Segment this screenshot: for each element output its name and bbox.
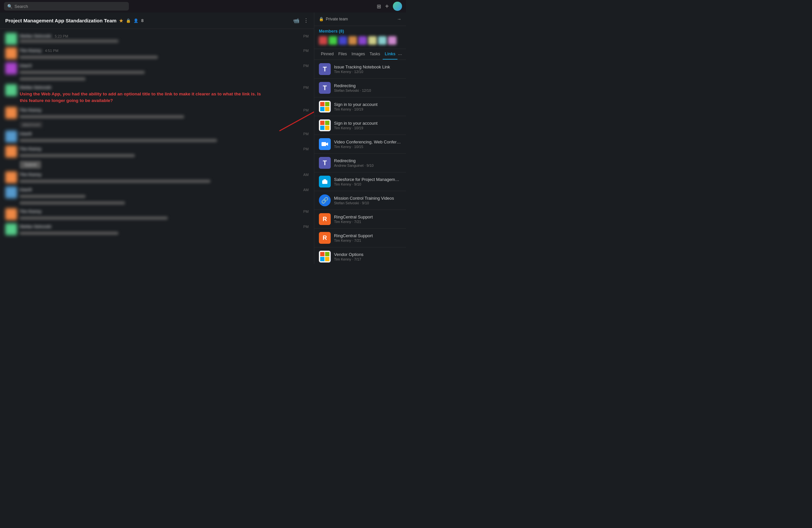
table-row: Tim Kenny AM [0,170,314,185]
time-right: PM [303,86,309,89]
video-icon[interactable]: 📹 [293,17,300,24]
link-info: RingCentral Support Tim Kenny · 7/21 [334,214,402,224]
member-avatar [368,36,377,45]
link-favicon: 🔗 [319,195,331,206]
table-row: Stefan Selvoski 5:23 PM PM [0,32,314,46]
link-meta: Stefan Selvoski · 9/10 [334,201,402,205]
table-row: User3 PM [0,61,314,83]
member-avatar [358,36,367,45]
member-count: 8 [141,18,143,23]
link-title: Video Conferencing, Web Conferencing,... [334,140,402,144]
link-meta: Tim Kenny · 10/15 [334,145,402,149]
link-meta: Tim Kenny · 7/21 [334,220,402,224]
link-favicon [319,251,331,262]
user-avatar[interactable] [393,2,402,11]
list-item[interactable]: T Redirecting Andrew Sanguinet · 9/10 [314,154,406,172]
apps-grid-icon[interactable]: ⊞ [377,3,381,10]
members-title[interactable]: Members (8) [319,29,402,33]
messages-container[interactable]: Stefan Selvoski 5:23 PM PM Tim Kenny 4:5… [0,29,314,264]
link-info: Mission Control Training Videos Stefan S… [334,196,402,205]
message-text-blur2 [20,77,86,81]
sidebar-header: 🔒 Private team → [314,13,406,26]
tab-images[interactable]: Images [349,49,367,59]
link-title: Salesforce for Project Management & PSA [334,177,402,182]
link-meta: Tim Kenny · 7/21 [334,239,402,242]
tabs-row: Pinned Files Images Tasks Links ··· [314,49,406,60]
time-right: PM [303,34,309,38]
list-item[interactable]: R RingCentral Support Tim Kenny · 7/21 [314,210,406,229]
message-text-blur [20,115,184,118]
list-item[interactable]: Salesforce for Project Management & PSA … [314,172,406,191]
avatar [5,62,17,74]
list-item[interactable]: Sign in to your account Tim Kenny · 10/1… [314,97,406,116]
main-layout: Project Management App Standardization T… [0,13,406,264]
list-item[interactable]: 🔗 Mission Control Training Videos Stefan… [314,191,406,210]
link-meta: Tim Kenny · 9/10 [334,182,402,186]
link-info: RingCentral Support Tim Kenny · 7/21 [334,233,402,242]
time-right: AM [303,188,309,192]
link-title: Mission Control Training Videos [334,196,402,201]
message-content: User3 [20,62,309,82]
member-avatar [388,36,396,45]
star-icon[interactable]: ★ [119,18,123,23]
sender-name: User6 [20,131,32,136]
link-favicon: R [319,213,331,225]
sender-name: Stefan Selvoski [20,85,51,90]
table-row: Stefan Selvoski PM [0,222,314,237]
search-placeholder-text: Search [14,4,28,9]
submit-button-blur: Submit [20,161,41,169]
link-title: RingCentral Support [334,233,402,238]
link-meta: Tim Kenny · 12/10 [334,70,402,74]
member-avatar [348,36,357,45]
link-favicon: T [319,82,331,94]
message-text-blur [20,139,217,142]
sender-name: Tim Kenny [20,48,41,53]
time-right: PM [303,64,309,68]
message-content: Tim Kenny [20,208,309,221]
link-info: Vendor Options Tim Kenny · 7/17 [334,252,402,261]
members-section: Members (8) [314,26,406,49]
avatar [5,131,17,142]
sender-name: Stefan Selvoski [20,33,51,39]
tab-tasks[interactable]: Tasks [367,49,382,59]
link-title: Redirecting [334,158,402,163]
link-info: Redirecting Andrew Sanguinet · 9/10 [334,158,402,168]
more-options-icon[interactable]: ⋮ [303,17,309,24]
tab-files[interactable]: Files [336,49,349,59]
avatar [5,187,17,198]
highlight-message: Using the Web App, you had the ability t… [20,91,266,104]
sender-name: Stefan Selvoski [20,224,51,229]
search-input[interactable]: 🔍 Search [4,2,129,11]
link-favicon [319,119,331,131]
members-icon: 👤 [133,18,139,23]
expand-icon[interactable]: → [397,16,402,22]
message-text-blur [20,154,135,157]
list-item[interactable]: Video Conferencing, Web Conferencing,...… [314,135,406,154]
link-title: Vendor Options [334,252,402,257]
avatar [5,171,17,183]
tab-links[interactable]: Links [383,49,397,59]
link-info: Redirecting Stefan Selvoski · 12/10 [334,83,402,92]
link-favicon [319,101,331,113]
list-item[interactable]: R RingCentral Support Tim Kenny · 7/21 [314,229,406,247]
time-right: PM [303,132,309,136]
table-row: User6 PM [0,129,314,144]
time-right: AM [303,173,309,177]
link-meta: Andrew Sanguinet · 9/10 [334,163,402,168]
add-icon[interactable]: + [385,3,389,10]
message-text-blur [20,232,118,235]
list-item[interactable]: T Issue Tracking Notebook Link Tim Kenny… [314,60,406,79]
tabs-more-icon[interactable]: ··· [398,52,402,57]
tab-pinned[interactable]: Pinned [319,49,336,59]
member-avatar [329,36,337,45]
svg-rect-5 [323,179,326,181]
message-content: Stefan Selvoski 5:23 PM [20,33,309,43]
list-item[interactable]: Sign in to your account Tim Kenny · 10/1… [314,116,406,135]
table-row: Tim Kenny Submit PM [0,144,314,170]
list-item[interactable]: Vendor Options Tim Kenny · 7/17 [314,247,406,264]
links-list[interactable]: T Issue Tracking Notebook Link Tim Kenny… [314,60,406,264]
sender-name: Tim Kenny [20,209,41,214]
list-item[interactable]: T Redirecting Stefan Selvoski · 12/10 [314,79,406,97]
avatar [5,223,17,235]
table-row: Tim Kenny PM [0,207,314,222]
